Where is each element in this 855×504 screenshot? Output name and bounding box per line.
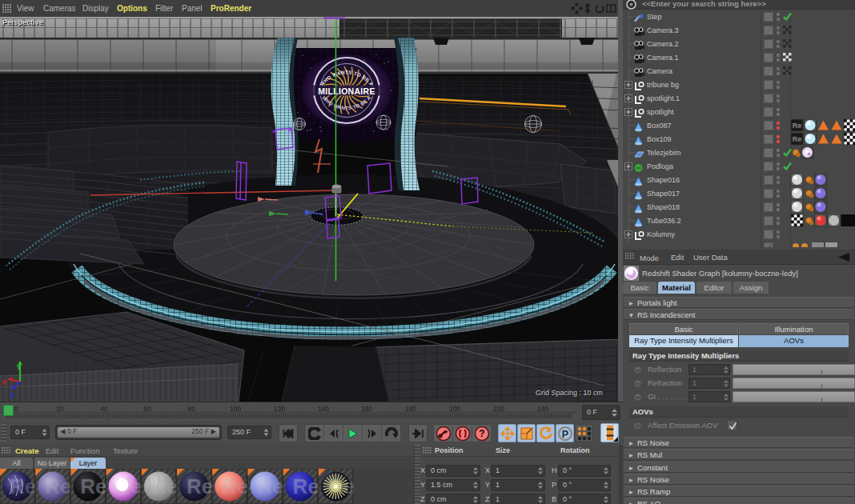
svg-text:Re: Re [793, 122, 802, 130]
svg-text:P: P [561, 428, 568, 439]
svg-text:Y: Y [17, 363, 22, 371]
svg-text:Re: Re [187, 474, 213, 498]
svg-text:Re: Re [222, 474, 248, 498]
svg-text:Re: Re [151, 474, 178, 498]
svg-text:?: ? [479, 428, 484, 439]
svg-text:X: X [2, 378, 6, 386]
svg-text:Re: Re [257, 474, 283, 498]
svg-text:Re: Re [80, 474, 106, 498]
svg-text:MILLIONAIRE: MILLIONAIRE [318, 86, 375, 96]
svg-text:Re: Re [292, 474, 319, 498]
svg-text:Z: Z [10, 391, 15, 399]
svg-text:Re: Re [793, 135, 802, 143]
svg-text:Re: Re [45, 474, 71, 498]
